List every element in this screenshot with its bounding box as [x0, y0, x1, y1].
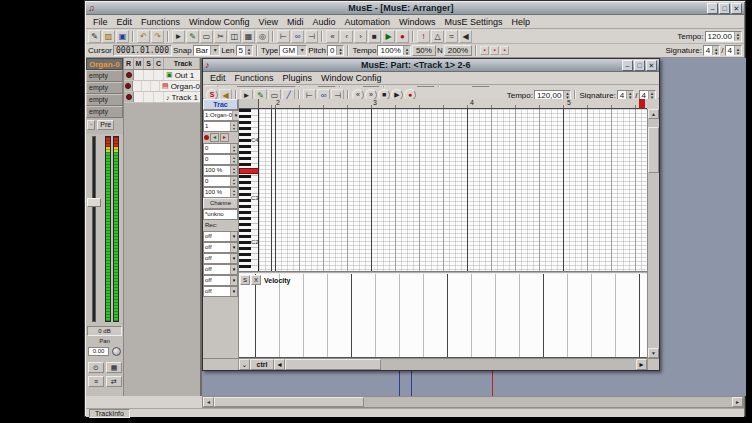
record-arm-cell[interactable]	[124, 81, 133, 91]
maximize-icon[interactable]: □	[634, 60, 645, 71]
open-file-icon[interactable]: ▨	[102, 30, 115, 43]
solo-cell[interactable]	[142, 81, 151, 91]
chevron-down-icon[interactable]: ▾	[230, 243, 237, 252]
menu-midi[interactable]: Midi	[283, 17, 308, 27]
spin-arrows-icon[interactable]: ▴▾	[230, 188, 237, 197]
minimize-icon[interactable]: –	[707, 3, 718, 14]
stop-button[interactable]: ■	[368, 30, 381, 43]
pan-value[interactable]: 0.00	[88, 347, 109, 356]
channel-button[interactable]: Channe	[203, 198, 238, 209]
spin-arrows-icon[interactable]: ▴▾	[245, 46, 252, 55]
menu-edit[interactable]: Edit	[113, 17, 137, 27]
chevron-down-icon[interactable]: ▾	[230, 265, 237, 274]
collapse-controller-button[interactable]: ⌄	[239, 359, 250, 370]
signature-denominator-spinbox[interactable]: 4 ▴▾	[725, 45, 742, 56]
menu-window-config[interactable]: Window Config	[185, 17, 254, 27]
menu-window-config[interactable]: Window Config	[317, 73, 386, 83]
scroll-down-icon[interactable]: ▼	[648, 348, 659, 358]
chevron-down-icon[interactable]: ▾	[210, 46, 219, 55]
eraser-tool-icon[interactable]: ▭	[200, 30, 213, 43]
len-spinbox[interactable]: 5 ▴▾	[236, 45, 253, 56]
piano-keyboard[interactable]: C4 C3 C2	[239, 109, 259, 271]
pre-button[interactable]: Pre	[97, 120, 114, 130]
part-slot[interactable]: empty	[86, 94, 123, 106]
mute-cell[interactable]	[133, 81, 142, 91]
solo-cell[interactable]	[144, 70, 154, 80]
spin-arrows-icon[interactable]: ▴▾	[230, 122, 237, 131]
velocity-offset-spinbox[interactable]: 0▴▾	[203, 176, 238, 187]
record-arm-icon[interactable]	[126, 94, 132, 100]
highlighted-key[interactable]	[239, 168, 259, 174]
scroll-left-icon[interactable]: ◄	[274, 359, 285, 370]
spin-arrows-icon[interactable]: ▴▾	[230, 144, 237, 153]
redo-icon[interactable]: ↷	[151, 30, 164, 43]
menu-windows[interactable]: Windows	[395, 17, 440, 27]
vertical-scrollbar[interactable]: ▲ ▼	[647, 109, 659, 358]
chevron-down-icon[interactable]: ▾	[230, 232, 237, 241]
monitor-dot-icon[interactable]: ·	[87, 120, 95, 130]
class-cell[interactable]	[154, 92, 164, 102]
menu-file[interactable]: File	[89, 17, 112, 27]
spin-arrows-icon[interactable]: ▴▾	[230, 177, 237, 186]
controller-row-combobox[interactable]: off▾	[203, 253, 238, 264]
controller-select-button[interactable]: S	[240, 275, 250, 285]
chevron-down-icon[interactable]: ▾	[297, 46, 306, 55]
punch-in-icon[interactable]: ⊢	[277, 30, 290, 43]
punch-out-icon[interactable]: ⊣	[305, 30, 318, 43]
compression-spinbox[interactable]: 100 %▴▾	[203, 187, 238, 198]
config-button[interactable]: ▦	[106, 362, 122, 373]
mute-cell[interactable]	[134, 92, 144, 102]
midi-in-icon[interactable]: ◂	[210, 133, 219, 142]
type-combobox[interactable]: GM ▾	[279, 45, 307, 56]
spin-arrows-icon[interactable]: ▴▾	[734, 32, 741, 41]
midi-out-icon[interactable]: ▸	[220, 133, 229, 142]
output-port-spinbox[interactable]: 1▴▾	[203, 121, 238, 132]
pencil-icon[interactable]: ✎	[88, 30, 101, 43]
spin-arrows-icon[interactable]: ▴▾	[230, 166, 237, 175]
double-tempo-button[interactable]: 200%	[444, 45, 472, 56]
menu-help[interactable]: Help	[508, 17, 535, 27]
scroll-right-icon[interactable]: ►	[732, 397, 743, 407]
rewind-button[interactable]: ‹	[340, 30, 353, 43]
spin-arrows-icon[interactable]: ▴▾	[712, 46, 719, 55]
marker-cursor-icon[interactable]: ▪	[490, 46, 499, 55]
menu-audio[interactable]: Audio	[308, 17, 339, 27]
routing-button[interactable]: ⇄	[106, 376, 122, 387]
spin-arrows-icon[interactable]: ▴▾	[230, 155, 237, 164]
track-row[interactable]: ♪ Track 1	[124, 92, 200, 103]
menu-automation[interactable]: Automation	[341, 17, 395, 27]
controller-row-combobox[interactable]: off▾	[203, 231, 238, 242]
part-slot[interactable]: empty	[86, 70, 123, 82]
track-row[interactable]: ▤ Organ-0	[124, 81, 200, 92]
snap-combobox[interactable]: Bar ▾	[193, 45, 220, 56]
rewind-start-button[interactable]: «	[326, 30, 339, 43]
horizontal-scroll-track[interactable]	[285, 359, 636, 370]
note-grid-canvas[interactable]	[259, 109, 647, 271]
pitch-spinbox[interactable]: 0 ▴▾	[327, 45, 344, 56]
maximize-icon[interactable]: □	[719, 3, 730, 14]
mute-cell[interactable]	[134, 70, 144, 80]
controller-pane[interactable]: S X Velocity	[239, 274, 647, 358]
menu-functions[interactable]: Functions	[137, 17, 184, 27]
metronome-icon[interactable]: △	[431, 30, 444, 43]
record-arm-icon[interactable]	[126, 72, 132, 78]
mute-tool-icon[interactable]: ▦	[242, 30, 255, 43]
solo-cell[interactable]	[144, 92, 154, 102]
controller-row-combobox[interactable]: off▾	[203, 275, 238, 286]
record-arm-cell[interactable]	[124, 92, 134, 102]
pan-knob[interactable]	[112, 347, 121, 356]
transpose-spinbox[interactable]: 0▴▾	[203, 143, 238, 154]
ctrl-button[interactable]: ctrl	[250, 359, 274, 370]
tab-track-info[interactable]: Trac	[203, 99, 238, 110]
marker-left-icon[interactable]: ▪	[480, 46, 489, 55]
track-selector-combobox[interactable]: 1:Organ-0▾	[203, 110, 240, 121]
record-arm-cell[interactable]	[124, 70, 134, 80]
black-keys[interactable]	[239, 109, 251, 271]
menu-plugins[interactable]: Plugins	[279, 73, 317, 83]
menu-functions[interactable]: Functions	[231, 73, 278, 83]
arranger-canvas[interactable]: ♪ MusE: Part: <Track 1> 2-6 – □ ✕ Edit F…	[202, 58, 746, 396]
half-tempo-button[interactable]: 50%	[412, 45, 436, 56]
controller-close-button[interactable]: X	[251, 275, 261, 285]
undo-icon[interactable]: ↶	[137, 30, 150, 43]
marker-right-icon[interactable]: ▪	[500, 46, 509, 55]
